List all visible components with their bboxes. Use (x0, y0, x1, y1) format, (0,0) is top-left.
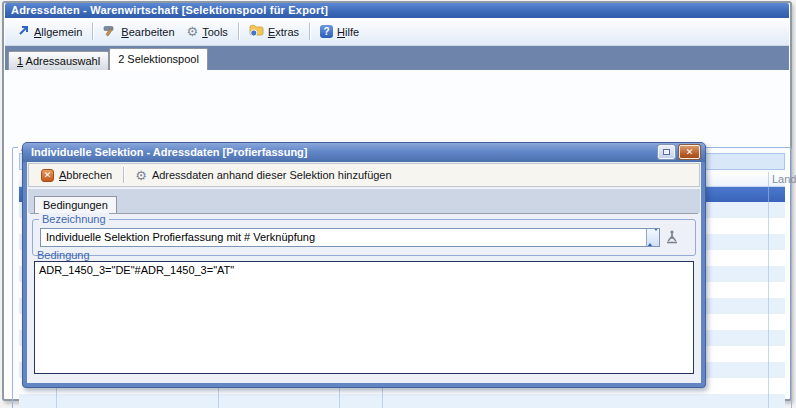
selection-add-icon: ⚙ (135, 169, 147, 182)
add-selection-button[interactable]: ⚙ Adressdaten anhand dieser Selektion hi… (128, 167, 398, 184)
bedingung-textarea[interactable]: ADR_1450_3="DE"#ADR_1450_3="AT" (34, 261, 694, 374)
apply-selection-icon[interactable] (665, 229, 679, 247)
toolbar-separator (92, 23, 93, 40)
folder-icon (249, 24, 264, 39)
tab-selektionspool[interactable]: 2 Selektionspool (109, 48, 208, 70)
spinner-control[interactable] (646, 229, 659, 246)
dialog-body: Bedingungen Bezeichnung Individuelle Sel… (28, 189, 700, 382)
selection-dialog: Individuelle Selektion - Adressdaten [Pr… (22, 142, 706, 388)
menu-bearbeiten-label: Bearbeiten (121, 26, 174, 38)
help-icon: ? (320, 25, 333, 38)
menu-allgemein[interactable]: Allgemein (11, 22, 88, 41)
maximize-button[interactable] (658, 145, 675, 159)
window-title: Adressdaten - Warenwirtschaft [Selektion… (11, 4, 328, 16)
tab-baseline (30, 213, 698, 214)
main-titlebar: Adressdaten - Warenwirtschaft [Selektion… (5, 3, 789, 18)
main-toolbar: Allgemein Bearbeiten ⚙ Tools Extras ? Hi… (5, 18, 789, 46)
tab-adressauswahl[interactable]: 1 Adressauswahl (8, 51, 109, 70)
cancel-button-label: Abbrechen (59, 169, 112, 181)
arrow-up-right-icon (17, 24, 30, 39)
spinner-down-icon (653, 228, 659, 243)
menu-extras[interactable]: Extras (243, 22, 305, 41)
close-button[interactable]: ✕ (679, 145, 700, 159)
tab-adressauswahl-label: 1 Adressauswahl (17, 55, 100, 67)
menu-tools[interactable]: ⚙ Tools (181, 23, 234, 40)
gear-icon: ⚙ (187, 25, 199, 38)
cancel-button[interactable]: ✕ Abbrechen (34, 167, 119, 184)
menu-tools-label: Tools (202, 26, 228, 38)
hammer-icon (103, 24, 117, 39)
column-header-land[interactable]: Land (772, 172, 796, 186)
tab-selektionspool-label: 2 Selektionspool (118, 53, 199, 65)
menu-hilfe[interactable]: ? Hilfe (314, 23, 365, 40)
tab-bedingungen-label: Bedingungen (43, 199, 108, 211)
cancel-x-icon: ✕ (41, 169, 54, 182)
menu-bearbeiten[interactable]: Bearbeiten (97, 22, 180, 41)
menu-allgemein-label: Allgemein (34, 26, 82, 38)
menu-hilfe-label: Hilfe (337, 26, 359, 38)
bezeichnung-value: Individuelle Selektion Profierfassung mi… (46, 231, 315, 243)
screen: Adressdaten - Warenwirtschaft [Selektion… (0, 0, 796, 408)
maximize-icon (663, 149, 670, 155)
bezeichnung-label: Bezeichnung (39, 213, 109, 225)
dialog-content: ✕ Abbrechen ⚙ Adressdaten anhand dieser … (27, 162, 701, 383)
column-separator (768, 172, 769, 408)
toolbar-separator (309, 23, 310, 40)
bezeichnung-group: Bezeichnung Individuelle Selektion Profi… (32, 219, 696, 256)
tab-bedingungen[interactable]: Bedingungen (34, 196, 117, 213)
toolbar-separator (238, 23, 239, 40)
bedingung-value: ADR_1450_3="DE"#ADR_1450_3="AT" (39, 264, 234, 276)
close-icon: ✕ (686, 147, 694, 157)
dialog-toolbar: ✕ Abbrechen ⚙ Adressdaten anhand dieser … (28, 163, 700, 187)
add-selection-label: Adressdaten anhand dieser Selektion hinz… (152, 169, 392, 181)
dialog-title: Individuelle Selektion - Adressdaten [Pr… (31, 146, 307, 158)
tab-strip: 1 Adressauswahl 2 Selektionspool (5, 46, 789, 70)
bedingung-label: Bedingung (37, 249, 90, 261)
table-row[interactable] (19, 394, 785, 408)
bezeichnung-combo[interactable]: Individuelle Selektion Profierfassung mi… (40, 228, 660, 247)
toolbar-separator (123, 167, 124, 183)
dialog-tabstrip (28, 189, 700, 213)
menu-extras-label: Extras (268, 26, 299, 38)
dialog-titlebar: Individuelle Selektion - Adressdaten [Pr… (23, 143, 705, 162)
